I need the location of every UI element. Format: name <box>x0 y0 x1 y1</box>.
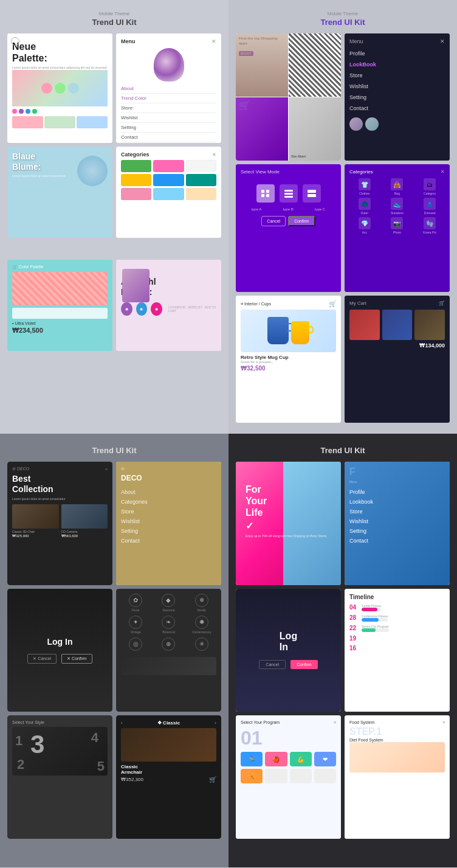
prog-food[interactable]: 🍎 <box>265 752 287 766</box>
macaron-green <box>55 83 66 94</box>
fyl-text: ForYourLife <box>246 484 331 519</box>
dm-profile[interactable]: Profile <box>349 48 445 59</box>
prev-arrow[interactable]: ‹ <box>121 720 123 726</box>
bottom-right-title: Trend UI Kit <box>236 445 450 456</box>
dm-logo: ⊘ <box>121 467 216 471</box>
fm-profile[interactable]: Profile <box>349 487 445 497</box>
dark-menu-close: ✕ <box>440 38 445 44</box>
fm-contact[interactable]: Contact <box>349 536 445 546</box>
prog-icons: 🏃 🍎 💪 ❤ 🤸 <box>241 752 336 783</box>
swatch-pink <box>153 160 184 172</box>
food-image <box>349 742 445 773</box>
swatch-lightpink <box>121 188 151 200</box>
menu-item-wishlist[interactable]: Wishlist <box>121 113 216 123</box>
swatch-beige <box>186 188 216 200</box>
dm-lookbook[interactable]: LookBook <box>349 59 445 70</box>
prog-empty-2 <box>290 769 312 783</box>
top-left-subtitle: Mobile Theme <box>7 11 221 16</box>
fm-setting[interactable]: Setting <box>349 526 445 536</box>
login-confirm-btn[interactable]: ✕ Confirm <box>61 654 92 664</box>
icon-snowflake: ❄Nordic <box>187 594 216 612</box>
shop-item-label: Slim Albert <box>291 155 306 158</box>
type-b: type B <box>283 207 294 211</box>
thumb-3 <box>77 116 108 128</box>
dm-about[interactable]: About <box>121 487 216 497</box>
num-4: 4 <box>91 730 98 746</box>
vm-confirm-btn[interactable]: Confirm <box>288 216 315 226</box>
screen-timeline: Timeline 04 Cardio Fitness 28 Conference… <box>345 589 450 712</box>
vm-icon-b[interactable] <box>280 184 298 203</box>
btn-blue: ◉ <box>136 302 148 316</box>
cat-acc[interactable]: 💎Acc <box>349 217 380 234</box>
menu-item-about[interactable]: About <box>121 84 216 94</box>
dm-setting[interactable]: Setting <box>349 92 445 103</box>
product-image <box>122 269 149 302</box>
auswahl-buttons: ◉ ◉ ◉ LOOKBOOK WISHLIST ADD TO CART <box>121 302 216 316</box>
screen-select-program: Select Your Program ≡ 01 🏃 🍎 💪 ❤ 🤸 <box>236 715 341 839</box>
next-arrow[interactable]: › <box>215 720 216 726</box>
cat-dress[interactable]: 👗Dressed <box>414 198 445 215</box>
screen-dark-menu: Menu ✕ Profile LookBook Store Wishlist S… <box>345 33 450 161</box>
menu-item-store[interactable]: Store <box>121 103 216 113</box>
dot-purple <box>19 109 24 114</box>
cat-shoes[interactable]: 👟Sneakers <box>382 198 413 215</box>
vm-icon-c[interactable] <box>303 184 321 203</box>
fs-title: Food System <box>349 720 374 724</box>
screen-color-palette: 🛒 Color Palette • Ultra Violet ₩234,500 <box>7 260 112 351</box>
dm-setting[interactable]: Setting <box>121 526 216 536</box>
dm-contact[interactable]: Contact <box>349 103 445 114</box>
cat-category[interactable]: 🗂Category <box>414 178 445 195</box>
dm-store[interactable]: Store <box>121 507 216 516</box>
cat-clothes[interactable]: 👕Clothes <box>349 178 380 195</box>
menu-item-setting[interactable]: Setting <box>121 123 216 133</box>
cat-bag[interactable]: 👜Bag <box>382 178 413 195</box>
menu-item-trend[interactable]: Trend Color <box>121 94 216 103</box>
fm-wishlist[interactable]: Wishlist <box>349 516 445 526</box>
dm-wishlist[interactable]: Wishlist <box>349 81 445 92</box>
cat-outer[interactable]: 🧥Outer <box>349 198 380 215</box>
screen-deco-app: ⊘ DECO ≡ BestCollection Lorem ipsum dolo… <box>7 462 112 585</box>
prog-running[interactable]: 🏃 <box>241 752 263 766</box>
prog-health[interactable]: 💪 <box>290 752 312 766</box>
num-1: 1 <box>15 733 22 749</box>
login-buttons: ✕ Cancel ✕ Confirm <box>27 654 92 664</box>
deco-sub: Lorem ipsum dolor sit amet consectetur <box>12 497 108 501</box>
dm-wishlist[interactable]: Wishlist <box>121 516 216 526</box>
cat-photo[interactable]: 📷Photo <box>382 217 413 234</box>
tl-num-3: 22 <box>349 625 359 631</box>
top-left-title: Mobile Theme Trend UI Kit <box>7 11 221 27</box>
login-cancel-btn[interactable]: ✕ Cancel <box>27 654 57 664</box>
shop-person-img: Find the top Shopping apps BOOST <box>236 33 288 97</box>
vm-cancel-btn[interactable]: Cancel <box>261 216 286 226</box>
prog-stretching[interactable]: 🤸 <box>241 769 263 783</box>
screen-auswahl: AuswahlFarben: ◉ ◉ ◉ LOOKBOOK WISHLIST A… <box>116 260 221 351</box>
deco-product-2: CO Camera ₩563,600 <box>61 504 108 538</box>
grid-cell <box>261 190 264 193</box>
prog-title: Select Your Program <box>241 720 280 724</box>
quadrant-top-left: Mobile Theme Trend UI Kit NeuePalette: L… <box>0 0 228 434</box>
fyl-menu-label: Menu <box>349 480 445 484</box>
btn-magenta: ◉ <box>151 302 162 316</box>
dm-contact[interactable]: Contact <box>121 536 216 546</box>
cup-yellow <box>291 321 309 344</box>
login2-cancel-btn[interactable]: Cancel <box>259 660 286 669</box>
fm-lookbook[interactable]: Lookbook <box>349 497 445 507</box>
icon-circle <box>11 37 19 46</box>
cp-nav-text: ≡ Interior / Cups <box>241 302 271 306</box>
cp-nav: ≡ Interior / Cups 🛒 <box>241 300 336 307</box>
dm-categories[interactable]: Categories <box>121 497 216 507</box>
cups-image <box>241 310 336 352</box>
menu-item-contact[interactable]: Contact <box>121 133 216 142</box>
login2-confirm-btn[interactable]: Confirm <box>290 660 318 669</box>
dm-store[interactable]: Store <box>349 70 445 81</box>
fs-header: Food System ≡ <box>349 720 445 724</box>
screen-view-mode: Select View Mode <box>236 164 341 291</box>
prog-hp[interactable]: ❤ <box>314 752 336 766</box>
cat-coat[interactable]: 🧤Korea Pic <box>414 217 445 234</box>
vm-icon-a[interactable] <box>256 184 275 203</box>
fm-store[interactable]: Store <box>349 507 445 516</box>
login2-title: LogIn <box>280 631 297 653</box>
bottom-left-title: Trend UI Kit <box>7 445 221 456</box>
macaron-image <box>12 70 108 106</box>
screen-categories: Categories ✕ <box>116 147 221 238</box>
